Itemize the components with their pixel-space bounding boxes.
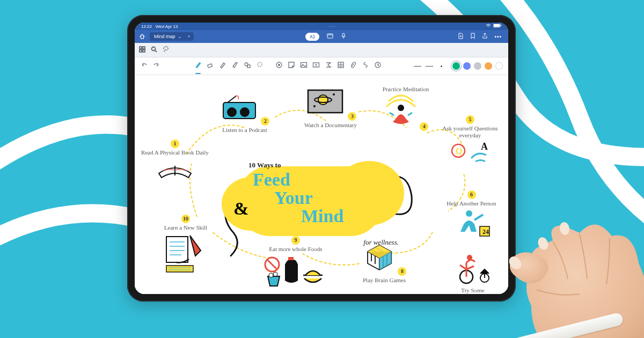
color-swatch-1[interactable] [452,62,460,70]
svg-rect-44 [166,266,193,272]
svg-text:Q: Q [456,146,462,156]
document-tab[interactable]: Mind map⌄ × [150,32,194,41]
svg-point-29 [398,105,404,111]
add-page-icon[interactable] [458,33,464,40]
unicycle-icon [453,253,492,284]
ampersand-doodle: & [233,199,248,219]
svg-text:24: 24 [482,228,489,236]
microphone-icon[interactable] [341,33,346,40]
undo-button[interactable] [140,61,148,71]
stroke-thin[interactable] [414,63,421,69]
ipad-frame: 12:22 Wed Apr 13 · · · Mind map⌄ × [127,15,516,302]
svg-point-25 [318,95,328,105]
pen-mode-button[interactable] [305,33,319,41]
rubiks-cube-icon [362,240,397,272]
ipad-screen: 12:22 Wed Apr 13 · · · Mind map⌄ × [135,23,508,294]
junk-food-icon [264,254,328,287]
svg-point-27 [333,93,335,95]
attachment-tool[interactable] [349,61,357,71]
sticky-note-tool[interactable] [288,61,295,71]
eraser-tool[interactable] [207,61,214,71]
image-tool[interactable] [300,61,308,71]
svg-point-37 [467,255,472,260]
mindmap-central-node: 10 Ways to & Feed Your Mind for wellness… [238,161,383,236]
mindmap-node-9: 9 Eat more whole Foods [253,236,339,290]
record-tool[interactable] [275,61,283,71]
svg-rect-40 [288,257,294,260]
color-swatch-3[interactable] [474,62,481,70]
svg-rect-8 [143,50,145,52]
status-date: Wed Apr 13 [156,24,178,29]
link-tool[interactable] [362,61,369,71]
mindmap-node-10: 10 Learn a New Skill [151,215,221,277]
status-time: 12:22 [141,24,152,29]
app-header: Mind map⌄ × ••• [135,30,508,43]
pen-tool[interactable] [194,61,202,71]
central-supertitle: 10 Ways to [248,161,281,170]
color-swatch-4[interactable] [485,62,492,70]
wifi-icon [486,24,491,29]
svg-rect-4 [342,33,345,36]
mindmap-node-3: 3 Watch a Documentary [296,86,365,129]
redo-button[interactable] [153,61,160,71]
screen-planet-icon [305,87,347,117]
bookmark-icon[interactable] [470,33,475,40]
mindmap-node-6: 6 Help Another Person 24 [435,190,508,241]
svg-rect-16 [301,63,306,68]
shapes-tool[interactable] [244,61,251,71]
ios-status-bar: 12:22 Wed Apr 13 · · · [135,23,508,30]
status-multitask-dots: · · · [329,24,335,29]
svg-rect-2 [500,25,501,26]
mindmap-node-2: 2 Listen to a Podcast [210,94,280,134]
svg-point-33 [466,210,472,217]
lasso-select-tool[interactable] [256,61,264,71]
close-tab-button[interactable]: × [188,34,191,39]
drawing-canvas[interactable]: 10 Ways to & Feed Your Mind for wellness… [135,75,508,294]
mindmap-node-8: 8 Play Brain Games [349,239,419,284]
svg-text:A: A [481,141,488,152]
home-button[interactable] [139,33,145,40]
color-swatch-2[interactable] [463,62,471,70]
svg-point-23 [240,107,250,117]
search-icon[interactable] [151,45,157,55]
question-face-icon: Q A [449,140,492,167]
table-tool[interactable] [337,61,345,71]
svg-rect-1 [494,24,500,27]
svg-point-42 [273,272,277,276]
svg-point-28 [313,105,316,107]
pencil-tool[interactable] [219,61,226,71]
color-picker-button[interactable] [495,62,503,70]
svg-rect-6 [143,47,145,49]
stroke-medium[interactable] [426,63,433,69]
battery-icon [493,24,502,29]
svg-point-41 [269,273,273,277]
svg-rect-3 [327,34,333,38]
meditation-icon [383,94,419,127]
mindmap-node-7: Try Some [441,252,505,294]
share-icon[interactable] [482,33,488,40]
svg-point-22 [227,107,237,117]
clock-tool[interactable] [374,61,382,71]
drawing-toolbar [135,57,508,75]
book-icon [156,157,194,181]
central-title: Feed Your Mind [253,171,343,225]
svg-point-9 [152,47,156,51]
stroke-dot[interactable] [437,63,445,69]
svg-point-15 [278,64,280,66]
svg-rect-7 [140,50,142,52]
highlighter-tool[interactable] [231,61,239,71]
formula-tool[interactable] [325,61,332,71]
mindmap-node-5: 5 Ask yourself Questions everyday Q A [435,115,505,170]
svg-rect-43 [166,237,188,262]
secondary-toolbar [135,43,508,57]
tab-title: Mind map [154,34,175,39]
more-icon[interactable]: ••• [494,34,502,40]
sketchpad-icon [163,232,208,274]
view-mode-icon[interactable] [327,33,333,40]
text-box-tool[interactable] [312,61,320,71]
svg-rect-10 [207,64,212,68]
helping-person-icon: 24 [453,208,491,238]
lasso-icon[interactable] [163,45,169,55]
grid-view-icon[interactable] [139,45,145,55]
svg-rect-5 [140,47,142,49]
